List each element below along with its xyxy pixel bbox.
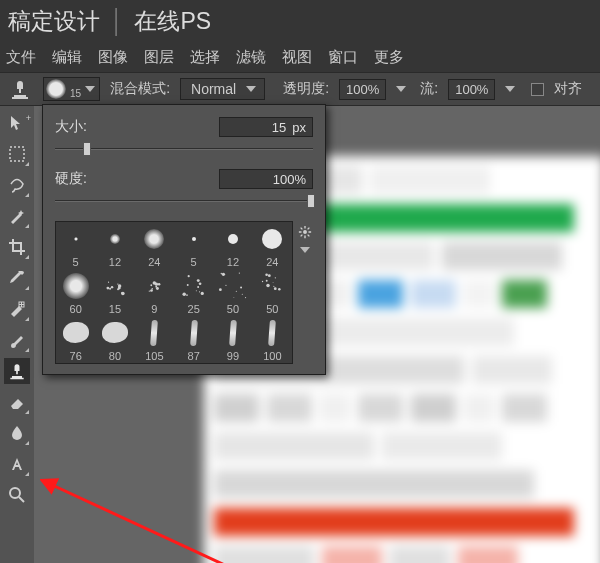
dropdown-triangle-icon[interactable] (505, 86, 515, 92)
crop-tool[interactable] (4, 234, 30, 260)
brush-preview-icon (61, 224, 91, 254)
brush-preset[interactable]: 87 (174, 316, 213, 363)
brush-preview-icon (100, 271, 130, 301)
canvas-area[interactable]: 大小: 15 px 硬度: 100% (34, 106, 600, 563)
brush-preset[interactable]: 76 (56, 316, 95, 363)
size-field[interactable]: 15 px (219, 117, 313, 137)
brush-preset[interactable]: 24 (135, 222, 174, 269)
brush-preset[interactable]: 100 (253, 316, 292, 363)
hardness-slider[interactable] (55, 193, 313, 209)
blur-tool[interactable] (4, 420, 30, 446)
menu-item[interactable]: 视图 (282, 48, 312, 67)
zoom-tool[interactable] (4, 482, 30, 508)
svg-point-33 (240, 286, 242, 288)
brush-tool[interactable] (4, 327, 30, 353)
brush-preset[interactable]: 5 (56, 222, 95, 269)
brush-preset[interactable]: 99 (213, 316, 252, 363)
marquee-tool[interactable] (4, 141, 30, 167)
dropdown-triangle-icon[interactable] (396, 86, 406, 92)
brush-preset-size: 60 (70, 303, 82, 315)
brush-preview-icon (218, 224, 248, 254)
opacity-field[interactable]: 100% (339, 79, 386, 100)
brush-preset-size: 12 (227, 256, 239, 268)
healing-brush-tool[interactable] (4, 296, 30, 322)
menu-item[interactable]: 选择 (190, 48, 220, 67)
svg-point-31 (186, 284, 188, 286)
brush-preset-size: 76 (70, 350, 82, 362)
brush-preview-icon (100, 224, 130, 254)
menu-item[interactable]: 图层 (144, 48, 174, 67)
brush-preset[interactable]: 50 (213, 269, 252, 316)
svg-point-45 (268, 274, 271, 277)
brush-preset[interactable]: 12 (213, 222, 252, 269)
svg-point-27 (196, 279, 199, 282)
menu-item[interactable]: 文件 (6, 48, 36, 67)
blend-mode-value: Normal (191, 81, 236, 97)
hardness-field[interactable]: 100% (219, 169, 313, 189)
clone-stamp-tool[interactable] (4, 358, 30, 384)
brush-preset[interactable]: 15 (95, 269, 134, 316)
eraser-tool[interactable] (4, 389, 30, 415)
brush-preset[interactable]: 105 (135, 316, 174, 363)
svg-point-42 (222, 272, 225, 275)
svg-point-7 (106, 286, 109, 289)
clone-stamp-tool-icon (6, 77, 33, 101)
svg-point-34 (239, 272, 240, 273)
svg-point-4 (109, 287, 111, 289)
header-divider: │ (110, 8, 124, 35)
dropdown-triangle-icon (85, 86, 95, 92)
brush-preset[interactable]: 50 (253, 269, 292, 316)
brush-preset[interactable]: 9 (135, 269, 174, 316)
brush-preset-size: 50 (266, 303, 278, 315)
brush-preset[interactable]: 5 (174, 222, 213, 269)
dropdown-triangle-icon[interactable] (300, 247, 310, 253)
dropdown-triangle-icon (246, 86, 256, 92)
menu-item[interactable]: 窗口 (328, 48, 358, 67)
size-slider[interactable] (55, 141, 313, 157)
brush-preset[interactable]: 25 (174, 269, 213, 316)
svg-point-16 (151, 289, 154, 292)
svg-point-43 (262, 280, 263, 281)
brush-preset[interactable]: 60 (56, 269, 95, 316)
move-tool[interactable]: + (4, 110, 30, 136)
menu-item[interactable]: 滤镜 (236, 48, 266, 67)
svg-point-25 (186, 294, 188, 296)
svg-point-18 (152, 287, 154, 289)
brush-preset[interactable]: 80 (95, 316, 134, 363)
workspace: + (0, 106, 600, 563)
menu-item[interactable]: 编辑 (52, 48, 82, 67)
brush-preview-icon (61, 271, 91, 301)
lasso-tool[interactable] (4, 172, 30, 198)
svg-point-41 (233, 296, 234, 297)
brush-preset[interactable]: 12 (95, 222, 134, 269)
app-header: 稿定设计 │ 在线PS (0, 0, 600, 42)
align-checkbox[interactable] (531, 83, 544, 96)
svg-rect-0 (10, 147, 24, 161)
brush-preset[interactable]: 24 (253, 222, 292, 269)
blend-mode-label: 混合模式: (110, 80, 170, 98)
menu-item[interactable]: 图像 (98, 48, 128, 67)
svg-point-46 (266, 273, 269, 276)
type-tool[interactable] (4, 451, 30, 477)
brush-preview-icon (61, 318, 91, 348)
brush-preview-icon (179, 224, 209, 254)
panel-settings-icon[interactable] (298, 225, 312, 239)
eyedropper-tool[interactable] (4, 265, 30, 291)
menu-item[interactable]: 更多 (374, 48, 404, 67)
align-label: 对齐 (554, 80, 582, 98)
size-label: 大小: (55, 118, 87, 136)
svg-point-26 (195, 290, 196, 291)
brush-preset-size: 5 (191, 256, 197, 268)
brush-preset-chip[interactable]: 15 (43, 77, 100, 101)
brush-preset-size: 24 (266, 256, 278, 268)
svg-point-15 (158, 283, 161, 286)
magic-wand-tool[interactable] (4, 203, 30, 229)
flow-field[interactable]: 100% (448, 79, 495, 100)
brush-preset-size: 87 (188, 350, 200, 362)
blend-mode-select[interactable]: Normal (180, 78, 265, 100)
svg-point-52 (274, 287, 277, 290)
svg-point-12 (111, 285, 113, 287)
svg-point-39 (245, 297, 246, 298)
brush-preview-icon (139, 224, 169, 254)
svg-point-29 (197, 286, 199, 288)
